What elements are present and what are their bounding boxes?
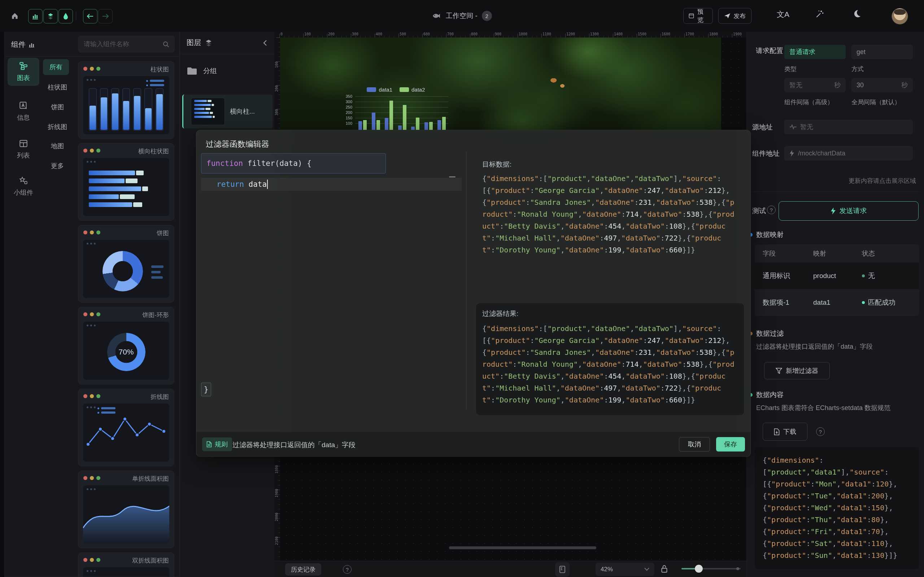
component-card-bar[interactable]: 柱状图 xyxy=(78,61,174,139)
zoom-select[interactable]: 42% xyxy=(596,562,654,576)
lock-toggle[interactable] xyxy=(661,564,669,574)
folder-icon xyxy=(187,67,197,76)
line-chart-thumbnail xyxy=(83,403,169,462)
editor-scrollbar-thumb[interactable] xyxy=(449,176,456,177)
sidebar-item-charts[interactable]: 图表 xyxy=(8,58,39,86)
moon-icon xyxy=(853,10,861,18)
divider xyxy=(5,56,180,56)
document-icon xyxy=(207,441,212,448)
col-status: 状态 xyxy=(854,249,919,258)
category-all[interactable]: 所有 xyxy=(43,59,69,75)
sidebar-item-widgets[interactable]: 小组件 xyxy=(8,172,39,200)
language-button[interactable]: 文A xyxy=(777,10,789,19)
send-icon xyxy=(724,13,730,19)
component-card-hbar[interactable]: 横向柱状图 xyxy=(78,143,174,221)
component-search-input[interactable] xyxy=(83,40,162,48)
zoom-slider-mark xyxy=(736,567,739,570)
ring-percent-label: 70% xyxy=(83,348,169,356)
request-method-field[interactable]: get xyxy=(851,45,913,59)
cancel-button[interactable]: 取消 xyxy=(679,437,710,451)
layer-group-label: 分组 xyxy=(203,66,217,76)
layout-panel-button[interactable] xyxy=(555,562,570,577)
category-map[interactable]: 地图 xyxy=(40,142,75,150)
request-type-field[interactable]: 普通请求 xyxy=(784,45,846,59)
dark-mode-button[interactable] xyxy=(853,10,861,18)
category-label: 更多 xyxy=(51,162,64,169)
funnel-icon xyxy=(775,368,782,374)
component-card-line[interactable]: 折线图 xyxy=(78,389,174,466)
preview-button[interactable]: 预览 xyxy=(683,8,713,24)
code-keyword-return: return xyxy=(216,180,244,189)
download-button[interactable]: 下载 xyxy=(762,423,808,441)
test-help-icon[interactable] xyxy=(767,206,775,214)
browser-icon xyxy=(689,13,694,19)
content-help-icon[interactable] xyxy=(816,427,825,436)
data-mapping-title: 数据映射 xyxy=(756,230,783,239)
add-filter-button[interactable]: 新增过滤器 xyxy=(764,362,830,379)
download-file-icon xyxy=(774,429,780,435)
modal-footer: 规则 过滤器将处理接口返回值的「data」字段 取消 保存 xyxy=(196,431,750,457)
modal-split-divider xyxy=(466,152,467,410)
category-line[interactable]: 折线图 xyxy=(40,122,75,131)
sidebar-item-list[interactable]: 列表 xyxy=(8,135,39,163)
zoom-value: 42% xyxy=(601,566,613,573)
component-card-double-area[interactable]: 双折线面积图 xyxy=(78,553,174,577)
magic-wand-icon xyxy=(815,10,824,19)
category-bar[interactable]: 柱状图 xyxy=(40,83,75,92)
user-avatar[interactable] xyxy=(892,8,908,24)
table-row: 数据项-1 data1 匹配成功 xyxy=(755,289,919,316)
component-card-pie[interactable]: 饼图 xyxy=(78,225,174,303)
code-line-function[interactable]: function filter(data) { xyxy=(201,153,386,174)
target-data-label: 目标数据: xyxy=(482,160,512,169)
update-hint: 更新内容请点击展示区域 xyxy=(848,177,916,185)
global-interval-field[interactable]: 30秒 xyxy=(851,78,913,92)
window-dots xyxy=(83,148,100,153)
sidebar-item-info[interactable]: 信息 xyxy=(8,97,39,126)
layers-icon xyxy=(205,39,213,47)
history-button[interactable]: 历史记录 xyxy=(285,563,321,575)
layer-group-item[interactable]: 分组 xyxy=(187,66,217,76)
theme-assistant-button[interactable] xyxy=(815,10,824,19)
ring-chart-thumbnail: 70% xyxy=(83,322,169,380)
table-header-row: 字段 映射 状态 xyxy=(755,245,919,263)
publish-button[interactable]: 发布 xyxy=(718,8,751,24)
component-address-field[interactable]: /mock/chartData xyxy=(784,146,913,161)
component-interval-field[interactable]: 暂无秒 xyxy=(784,78,846,92)
source-address-label: 源地址 xyxy=(752,122,773,132)
source-address-field[interactable]: 暂无 xyxy=(784,120,913,134)
component-search xyxy=(78,36,175,53)
category-more[interactable]: 更多 xyxy=(40,161,75,170)
canvas-chart-widget[interactable]: data1 data2 350300250200150100 xyxy=(342,82,450,130)
zoom-slider[interactable] xyxy=(682,568,741,569)
category-pie[interactable]: 饼图 xyxy=(40,103,75,111)
translate-icon: 文A xyxy=(777,10,789,18)
collapse-layers-button[interactable] xyxy=(262,39,268,47)
code-line-return[interactable]: return data xyxy=(201,178,462,191)
layer-item-selected[interactable]: 横向柱... xyxy=(182,95,273,128)
category-label: 折线图 xyxy=(48,123,67,131)
workspace-icon xyxy=(432,12,441,20)
cell-field: 通用标识 xyxy=(755,271,805,280)
save-button[interactable]: 保存 xyxy=(716,437,745,451)
sidebar-item-label: 信息 xyxy=(17,113,30,122)
data-content-subtitle: ECharts 图表需符合 ECharts-setdata 数据规范 xyxy=(756,403,890,412)
help-icon[interactable] xyxy=(343,565,352,574)
table-row: 通用标识 product 无 xyxy=(755,263,919,289)
send-request-button[interactable]: 发送请求 xyxy=(779,201,919,221)
component-card-area[interactable]: 单折线面积图 xyxy=(78,471,174,548)
component-card-label: 横向柱状图 xyxy=(138,147,169,155)
code-return-value: data xyxy=(244,180,267,189)
global-interval-label: 全局间隔（默认） xyxy=(851,98,901,106)
rule-badge: 规则 xyxy=(202,437,232,451)
app: 工作空间 - 2 预览 发布 文A 组件 xyxy=(0,0,924,577)
canvas-horizontal-scrollbar[interactable] xyxy=(449,546,596,549)
search-icon[interactable] xyxy=(162,41,170,48)
lightning-icon xyxy=(830,207,836,214)
sidebar-item-label: 列表 xyxy=(17,151,30,160)
org-chart-icon xyxy=(19,61,28,71)
data-filter-subtitle: 过滤器将处理接口返回值的「data」字段 xyxy=(756,342,873,351)
zoom-slider-handle[interactable] xyxy=(695,565,703,573)
component-card-ring[interactable]: 饼图-环形 70% xyxy=(78,307,174,384)
test-label: 测试 xyxy=(752,206,766,216)
status-dot xyxy=(862,301,865,304)
